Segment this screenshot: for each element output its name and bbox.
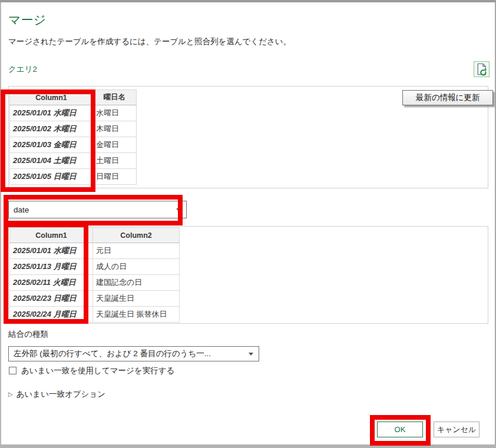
window-border-bottom [0,444,496,448]
window-border-left [0,2,1,444]
fuzzy-match-checkbox-label[interactable]: あいまい一致を使用してマージを実行する [21,366,174,376]
top-table-cell[interactable]: 木曜日 [93,121,137,137]
top-table-cell[interactable]: 2025/01/03 金曜日 [10,137,93,153]
table-row: 2025/01/03 金曜日 金曜日 [10,137,137,153]
cancel-button[interactable]: キャンセル [434,422,480,437]
chevron-down-icon [249,353,253,356]
top-table: Column1 曜日名 2025/01/01 水曜日 水曜日 2025/01/0… [9,89,137,185]
dialog-subtitle: マージされたテーブルを作成するには、テーブルと照合列を選んでください。 [8,36,291,47]
bottom-table-cell[interactable]: 元日 [93,243,180,259]
bottom-table-cell[interactable]: 建国記念の日 [93,275,180,291]
table-row: 2025/01/04 土曜日 土曜日 [10,153,137,169]
bottom-table: Column1 Column2 2025/01/01 水曜日 元日 2025/0… [9,227,180,323]
match-query-dropdown-value: date [14,205,29,214]
bottom-table-cell[interactable]: 天皇誕生日 [93,291,180,307]
ok-button[interactable]: OK [377,422,423,437]
top-table-cell[interactable]: 金曜日 [93,137,137,153]
top-table-cell[interactable]: 2025/01/04 土曜日 [10,153,93,169]
refresh-button[interactable] [474,61,490,77]
top-table-cell[interactable]: 2025/01/05 日曜日 [10,169,93,185]
merge-dialog: マージ マージされたテーブルを作成するには、テーブルと照合列を選んでください。 … [0,0,496,448]
top-table-header-column1[interactable]: Column1 [10,90,93,105]
window-border-top [0,0,496,2]
bottom-table-cell[interactable]: 2025/02/23 日曜日 [10,291,93,307]
fuzzy-options-label: あいまい一致オプション [16,390,105,399]
bottom-table-cell[interactable]: 2025/02/11 火曜日 [10,275,93,291]
document-refresh-icon [475,62,488,76]
table-row: 2025/01/05 日曜日 日曜日 [10,169,137,185]
table-row: 2025/02/23 日曜日 天皇誕生日 [10,291,180,307]
top-table-cell[interactable]: 2025/01/02 木曜日 [10,121,93,137]
bottom-table-cell[interactable]: 2025/02/24 月曜日 [10,307,93,323]
fuzzy-match-checkbox[interactable] [9,367,16,374]
refresh-tooltip: 最新の情報に更新 [402,90,493,105]
bottom-table-cell[interactable]: 2025/01/01 水曜日 [10,243,93,259]
chevron-down-icon [176,208,181,211]
match-query-dropdown[interactable]: date [8,201,187,218]
bottom-table-header-column2[interactable]: Column2 [93,228,180,243]
bottom-table-cell[interactable]: 成人の日 [93,259,180,275]
fuzzy-options-expander[interactable]: ▷あいまい一致オプション [8,389,105,400]
table-row: 2025/01/13 月曜日 成人の日 [10,259,180,275]
expander-triangle-icon: ▷ [8,391,13,397]
top-table-header-youbimei[interactable]: 曜日名 [93,90,137,105]
table-row: 2025/02/24 月曜日 天皇誕生日 振替休日 [10,307,180,323]
bottom-table-container: Column1 Column2 2025/01/01 水曜日 元日 2025/0… [8,226,488,324]
table-row: 2025/01/01 水曜日 水曜日 [10,105,137,121]
join-kind-dropdown-value: 左外部 (最初の行すべて、および 2 番目の行のうち一... [14,349,211,359]
bottom-table-header-column1[interactable]: Column1 [10,228,93,243]
join-kind-label: 結合の種類 [8,329,48,340]
top-table-cell[interactable]: 日曜日 [93,169,137,185]
top-table-cell[interactable]: 土曜日 [93,153,137,169]
top-table-cell[interactable]: 水曜日 [93,105,137,121]
join-kind-dropdown[interactable]: 左外部 (最初の行すべて、および 2 番目の行のうち一... [8,346,259,361]
dialog-title: マージ [8,12,46,28]
table-row: 2025/01/02 木曜日 木曜日 [10,121,137,137]
table-row: 2025/02/11 火曜日 建国記念の日 [10,275,180,291]
table-row: 2025/01/01 水曜日 元日 [10,243,180,259]
bottom-table-cell[interactable]: 天皇誕生日 振替休日 [93,307,180,323]
query-name-label: クエリ2 [8,64,37,75]
bottom-table-cell[interactable]: 2025/01/13 月曜日 [10,259,93,275]
top-table-cell[interactable]: 2025/01/01 水曜日 [10,105,93,121]
